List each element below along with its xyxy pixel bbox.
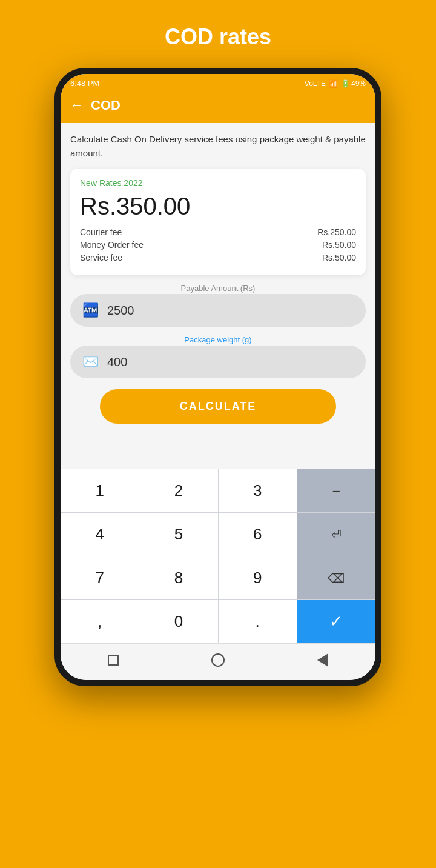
phone-screen: 6:48 PM VoLTE 📶 🔋 49% ← COD Calculate Ca… [61,74,375,680]
service-fee-label: Service fee [80,253,122,262]
package-weight-input-wrapper: Package weight (g) ✉️ 400 [70,335,366,378]
new-rates-label: New Rates 2022 [80,178,356,188]
fee-row-courier: Courier fee Rs.250.00 [80,227,356,237]
signal-icon: VoLTE [305,79,326,88]
money-order-fee-label: Money Order fee [80,240,144,250]
keyboard: 1 2 3 – 4 5 6 ⏎ 7 8 9 ⌫ , 0 . ✓ [61,469,375,643]
spacer [70,435,366,459]
fee-row-service: Service fee Rs.50.00 [80,253,356,262]
key-enter[interactable]: ⏎ [297,513,375,556]
fee-row-money-order: Money Order fee Rs.50.00 [80,240,356,250]
nav-square-icon[interactable] [104,651,122,669]
package-weight-value: 400 [107,355,354,369]
envelope-icon: ✉️ [82,354,99,370]
package-weight-label: Package weight (g) [70,335,366,344]
payable-amount-value: 2500 [107,304,354,318]
battery-icon: 🔋 49% [341,79,366,88]
key-5[interactable]: 5 [139,513,217,556]
key-backspace[interactable]: ⌫ [297,556,375,599]
total-amount: Rs.350.00 [80,193,356,220]
key-1[interactable]: 1 [61,469,139,512]
status-right: VoLTE 📶 🔋 49% [305,79,366,88]
key-minus[interactable]: – [297,469,375,512]
status-bar: 6:48 PM VoLTE 📶 🔋 49% [61,74,375,92]
nav-bar [61,643,375,680]
calculate-button[interactable]: CALCULATE [100,389,336,424]
money-order-fee-value: Rs.50.00 [322,240,356,250]
key-0[interactable]: 0 [139,600,217,643]
signal-bars-icon: 📶 [329,79,338,88]
key-9[interactable]: 9 [219,556,297,599]
phone-wrapper: 6:48 PM VoLTE 📶 🔋 49% ← COD Calculate Ca… [54,68,382,686]
key-2[interactable]: 2 [139,469,217,512]
package-weight-field[interactable]: ✉️ 400 [70,346,366,378]
key-4[interactable]: 4 [61,513,139,556]
payable-amount-field[interactable]: 🏧 2500 [70,294,366,327]
courier-fee-label: Courier fee [80,227,122,237]
payable-amount-label: Payable Amount (Rs) [70,284,366,293]
nav-back-icon[interactable] [314,651,332,669]
description-text: Calculate Cash On Delivery service fees … [70,133,366,160]
status-time: 6:48 PM [70,79,99,88]
key-7[interactable]: 7 [61,556,139,599]
payable-amount-input-wrapper: Payable Amount (Rs) 🏧 2500 [70,284,366,327]
service-fee-value: Rs.50.00 [322,253,356,262]
main-content: Calculate Cash On Delivery service fees … [61,123,375,469]
nav-home-icon[interactable] [209,651,227,669]
key-comma[interactable]: , [61,600,139,643]
header-title: COD [91,98,121,113]
back-button[interactable]: ← [70,98,84,113]
money-icon: 🏧 [82,302,99,318]
key-dot[interactable]: . [219,600,297,643]
key-confirm[interactable]: ✓ [297,600,375,643]
courier-fee-value: Rs.250.00 [317,227,356,237]
key-6[interactable]: 6 [219,513,297,556]
key-8[interactable]: 8 [139,556,217,599]
top-bar: ← COD [61,92,375,123]
result-card: New Rates 2022 Rs.350.00 Courier fee Rs.… [70,169,366,275]
page-title: COD rates [0,0,436,68]
key-3[interactable]: 3 [219,469,297,512]
